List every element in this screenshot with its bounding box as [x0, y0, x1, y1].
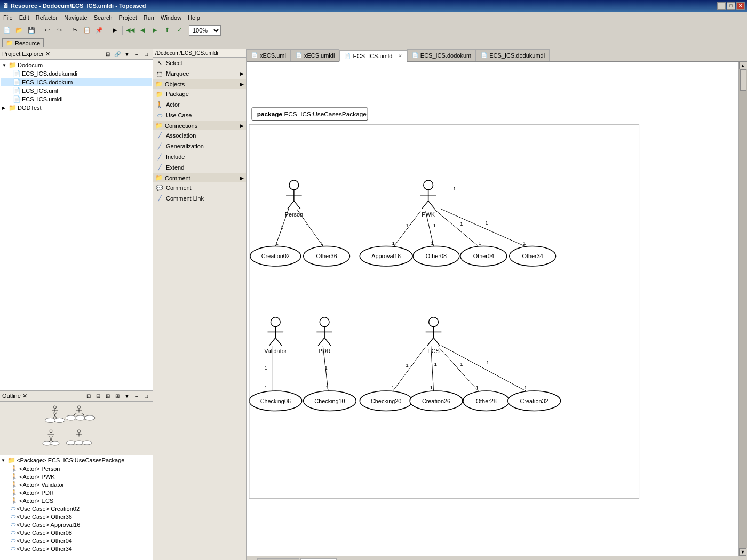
tb-back[interactable]: ◀ — [137, 25, 148, 36]
tb-open[interactable]: 📂 — [13, 25, 25, 36]
minimize-button[interactable]: – — [717, 2, 726, 10]
menu-refactor[interactable]: Refactor — [33, 13, 61, 22]
palette-section-connections[interactable]: 📁 Connections ▶ — [153, 121, 246, 130]
menu-file[interactable]: File — [0, 13, 16, 22]
svg-point-83 — [320, 317, 329, 327]
palette-select[interactable]: ↖ Select — [153, 58, 246, 68]
tab-label-2: xECS.umldi — [304, 52, 335, 59]
tb-sep5 — [187, 26, 187, 35]
vscroll-thumb[interactable] — [740, 69, 746, 91]
zoom-select[interactable]: 100% 75% 50% 150% — [189, 25, 221, 36]
outline-uc-other04[interactable]: ⬭ <Use Case> Other04 — [1, 537, 152, 545]
palette-extend[interactable]: ╱ Extend — [153, 162, 246, 173]
palette-package[interactable]: 📁 Package — [153, 89, 246, 99]
tb-cut[interactable]: ✂ — [69, 25, 81, 36]
outline-minimize[interactable]: – — [132, 392, 141, 401]
palette-generalization[interactable]: ╱ Generalization — [153, 141, 246, 151]
svg-text:1: 1 — [460, 221, 463, 227]
svg-line-113 — [393, 347, 425, 391]
palette-comment-link[interactable]: ╱ Comment Link — [153, 193, 246, 204]
outline-uc-creation02[interactable]: ⬭ <Use Case> Creation02 — [1, 505, 152, 513]
menu-edit[interactable]: Edit — [16, 13, 33, 22]
svg-line-93 — [434, 338, 440, 346]
tb-new[interactable]: 📄 — [1, 25, 13, 36]
outline-menu[interactable]: ▼ — [123, 392, 131, 401]
tb-copy[interactable]: 📋 — [81, 25, 93, 36]
svg-text:1: 1 — [476, 385, 479, 390]
tab-xecs-umldi[interactable]: 📄 xECS.umldi — [291, 49, 339, 61]
palette-section-objects[interactable]: 📁 Objects ▶ — [153, 79, 246, 89]
tab-ecs-ics-umldi[interactable]: 📄 ECS_ICS.umldi ✕ — [339, 50, 407, 62]
palette-usecase[interactable]: ⬭ Use Case — [153, 110, 246, 121]
tb-check[interactable]: ✓ — [173, 25, 185, 36]
menu-window[interactable]: Window — [157, 13, 185, 22]
tree-item-ecs-uml[interactable]: 📄 ECS_ICS.uml — [1, 86, 152, 95]
svg-text:1: 1 — [324, 365, 327, 371]
tab-close-3[interactable]: ✕ — [398, 53, 402, 59]
tree-label-ecs-dodokum: ECS_ICS.dodokum — [22, 79, 73, 85]
menu-run[interactable]: Run — [140, 13, 157, 22]
menu-project[interactable]: Project — [116, 13, 140, 22]
resource-button[interactable]: 📁 Resource — [2, 38, 44, 47]
menu-navigate[interactable]: Navigate — [61, 13, 90, 22]
tb-paste[interactable]: 📌 — [93, 25, 105, 36]
outline-icon3[interactable]: ⊞ — [104, 392, 112, 401]
outline-icon4[interactable]: ⊞ — [113, 392, 122, 401]
tree-item-ecs-dodukumdi[interactable]: 📄 ECS_ICS.dodukumdi — [1, 69, 152, 78]
tb-fwd[interactable]: ▶ — [149, 25, 161, 36]
palette-include[interactable]: ╱ Include — [153, 151, 246, 162]
outline-uc-approval16[interactable]: ⬭ <Use Case> Approval16 — [1, 521, 152, 529]
vscroll-up[interactable]: ▲ — [739, 62, 746, 69]
tab-properties[interactable]: Properties — [300, 558, 337, 561]
palette-comment[interactable]: 💬 Comment — [153, 182, 246, 193]
tab-ecs-ics-dodukumdi[interactable]: 📄 ECS_ICS.dodukumdi — [476, 49, 550, 61]
tree-item-dodtest[interactable]: ▶ 📁 DODTest — [1, 103, 152, 112]
outline-actor-person[interactable]: 🚶 <Actor> Person — [1, 465, 152, 473]
palette-section-comment[interactable]: 📁 Comment ▶ — [153, 173, 246, 182]
diagram-canvas[interactable]: package ECS_ICS:UseCasesPackage Person — [247, 62, 747, 556]
explorer-maximize[interactable]: □ — [142, 50, 150, 59]
svg-text:Checking10: Checking10 — [314, 398, 345, 404]
tb-save[interactable]: 💾 — [26, 25, 37, 36]
outline-actor-pwk[interactable]: 🚶 <Actor> PWK — [1, 473, 152, 481]
palette-extend-label: Extend — [166, 164, 184, 171]
outline-actor-ecs[interactable]: 🚶 <Actor> ECS — [1, 497, 152, 505]
tab-ecs-ics-dodokum[interactable]: 📄 ECS_ICS.dodokum — [407, 49, 476, 61]
palette-association[interactable]: ╱ Association — [153, 130, 246, 141]
svg-line-20 — [50, 437, 51, 439]
tree-root[interactable]: ▼ 📁 Dodocum — [1, 61, 152, 69]
vscroll-down[interactable]: ▼ — [739, 548, 746, 556]
tree-item-ecs-dodokum[interactable]: 📄 ECS_ICS.dodokum — [1, 78, 152, 86]
outline-label-other36: <Use Case> Other36 — [17, 514, 72, 520]
menu-search[interactable]: Search — [91, 13, 116, 22]
svg-text:1: 1 — [392, 385, 394, 390]
outline-uc-other36[interactable]: ⬭ <Use Case> Other36 — [1, 513, 152, 521]
palette-actor[interactable]: 🚶 Actor — [153, 99, 246, 110]
outline-root[interactable]: ▼ 📁 <Package> ECS_ICS:UseCasesPackage — [1, 456, 152, 465]
tb-prev[interactable]: ◀◀ — [124, 25, 136, 36]
explorer-link[interactable]: 🔗 — [113, 50, 122, 59]
tb-last[interactable]: ⬆ — [161, 25, 173, 36]
menu-help[interactable]: Help — [185, 13, 203, 22]
tb-undo[interactable]: ↩ — [41, 25, 53, 36]
palette-association-label: Association — [166, 132, 196, 139]
outline-actor-pdr[interactable]: 🚶 <Actor> PDR — [1, 489, 152, 497]
outline-maximize[interactable]: □ — [142, 392, 150, 401]
tree-item-ecs-umldi[interactable]: 📄 ECS_ICS.umldi — [1, 95, 152, 103]
explorer-collapse-all[interactable]: ⊟ — [104, 50, 112, 59]
outline-icon1[interactable]: ⊡ — [84, 392, 93, 401]
palette-marquee[interactable]: ⬚ Marquee ▶ — [153, 68, 246, 79]
tb-redo[interactable]: ↪ — [53, 25, 65, 36]
explorer-menu[interactable]: ▼ — [123, 50, 131, 59]
outline-uc-other08[interactable]: ⬭ <Use Case> Other08 — [1, 529, 152, 537]
svg-point-15 — [75, 415, 86, 420]
outline-icon2[interactable]: ⊟ — [94, 392, 102, 401]
maximize-button[interactable]: □ — [727, 2, 735, 10]
close-button[interactable]: ✕ — [736, 2, 745, 10]
outline-actor-validator[interactable]: 🚶 <Actor> Validator — [1, 481, 152, 489]
tab-xecs-uml[interactable]: 📄 xECS.uml — [247, 49, 291, 61]
tab-acceleo-log[interactable]: Acceleo Log — [257, 558, 299, 561]
tb-run[interactable]: ▶ — [109, 25, 121, 36]
explorer-minimize[interactable]: – — [132, 50, 141, 59]
outline-uc-other34[interactable]: ⬭ <Use Case> Other34 — [1, 545, 152, 553]
